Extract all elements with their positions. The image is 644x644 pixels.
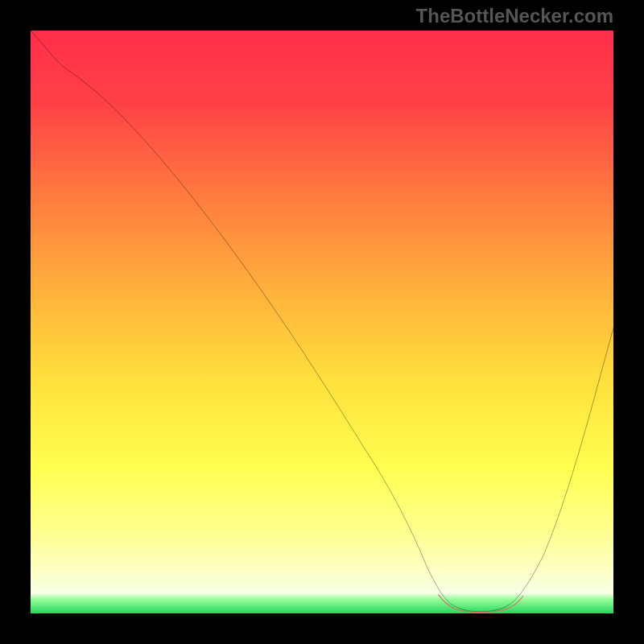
bottleneck-curve-svg <box>31 31 613 613</box>
plot-area <box>31 31 613 613</box>
chart-container: TheBottleNecker.com <box>0 0 644 644</box>
watermark-text: TheBottleNecker.com <box>416 5 613 27</box>
optimal-range-highlight <box>439 595 523 613</box>
bottleneck-curve <box>31 31 613 612</box>
